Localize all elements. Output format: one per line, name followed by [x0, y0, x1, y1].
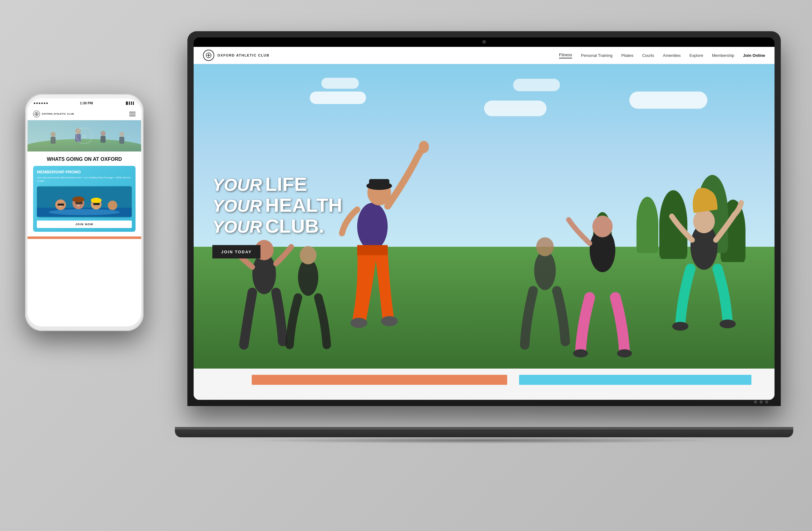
- svg-point-18: [672, 322, 688, 331]
- svg-point-41: [49, 209, 120, 215]
- nav-explore[interactable]: Explore: [690, 53, 703, 58]
- laptop-body: OXFORD ATHLETIC CLUB Fitness Personal Tr…: [187, 31, 781, 406]
- phone-join-now-button[interactable]: JOIN NOW: [37, 220, 132, 228]
- hero-your-2: YOUR: [212, 197, 262, 214]
- phone-main-content: WHATS GOING ON AT OXFORD MEMBERSHIP PROM…: [28, 152, 141, 236]
- svg-point-8: [350, 318, 367, 328]
- svg-rect-7: [357, 245, 388, 256]
- nav-pilates[interactable]: Pilates: [621, 53, 633, 58]
- laptop-hinge: [175, 427, 793, 430]
- phone-hero-overlay: [28, 120, 141, 152]
- hero-your-3: YOUR: [212, 218, 262, 235]
- svg-point-22: [534, 251, 555, 290]
- nav-personal-training[interactable]: Personal Training: [581, 53, 612, 58]
- phone-orange-bar: [28, 236, 141, 239]
- laptop-indicator-dots: [754, 400, 768, 404]
- hero-section: YOUR LIFE YOUR HEALTH YOUR CLUB.: [194, 64, 774, 369]
- hamburger-line-3: [129, 116, 135, 116]
- hamburger-line-2: [129, 114, 135, 114]
- laptop-camera: [482, 40, 486, 44]
- bg-dancer-2: [525, 238, 565, 345]
- nav-links: Fitness Personal Training Pilates Courts…: [559, 53, 765, 58]
- laptop-screen-bezel: OXFORD ATHLETIC CLUB Fitness Personal Tr…: [194, 38, 774, 400]
- svg-point-9: [381, 316, 398, 326]
- orange-bar: [252, 375, 507, 385]
- site-logo: OXFORD ATHLETIC CLUB: [203, 50, 270, 61]
- svg-point-15: [617, 349, 632, 357]
- svg-point-25: [36, 113, 37, 114]
- svg-point-50: [91, 197, 102, 203]
- phone-promo-card: MEMBERSHIP PROMO Join now and receive $0…: [33, 166, 135, 231]
- logo-text: OXFORD ATHLETIC CLUB: [217, 54, 270, 57]
- phone-promo-title: MEMBERSHIP PROMO: [37, 170, 132, 174]
- bottom-section: [194, 369, 774, 400]
- svg-rect-5: [369, 179, 389, 186]
- svg-point-45: [108, 201, 117, 210]
- svg-point-23: [536, 238, 554, 256]
- svg-point-6: [419, 141, 429, 153]
- hero-health: HEALTH: [265, 195, 342, 215]
- laptop-shadow: [247, 437, 722, 444]
- laptop-screen: OXFORD ATHLETIC CLUB Fitness Personal Tr…: [194, 47, 774, 400]
- phone-dots-signal: [34, 102, 48, 104]
- phone-logo-icon: [33, 111, 40, 117]
- svg-point-13: [592, 216, 613, 237]
- phone-time: 1:30 PM: [80, 101, 93, 105]
- laptop-base: [175, 428, 793, 437]
- right-dancer-2: [672, 188, 741, 331]
- phone-promo-description: Join now and receive $0 Enrollment Fee +…: [37, 176, 132, 183]
- svg-point-1: [208, 55, 209, 56]
- svg-point-17: [693, 210, 715, 233]
- main-dancer: [342, 141, 429, 328]
- phone-logo: OXFORD ATHLETIC CLUB: [33, 111, 74, 117]
- phone-screen: 1:30 PM ▐▌▌▌▌ OXFORD ATHLETIC CLUB: [28, 98, 141, 326]
- laptop-device: OXFORD ATHLETIC CLUB Fitness Personal Tr…: [187, 31, 781, 437]
- nav-amenities[interactable]: Amenities: [663, 53, 681, 58]
- phone-promo-image: [37, 186, 132, 217]
- hero-text-overlay: YOUR LIFE YOUR HEALTH YOUR CLUB.: [212, 174, 342, 258]
- phone-device: 1:30 PM ▐▌▌▌▌ OXFORD ATHLETIC CLUB: [25, 94, 144, 331]
- hamburger-menu[interactable]: [129, 112, 135, 116]
- svg-point-14: [573, 349, 588, 357]
- hero-life: LIFE: [265, 174, 307, 193]
- phone-hero-image: ◎: [28, 120, 141, 152]
- svg-point-2: [357, 203, 388, 250]
- svg-rect-48: [93, 203, 100, 205]
- phone-pool-svg: [37, 186, 132, 217]
- teal-bar: [519, 375, 751, 385]
- phone-body: 1:30 PM ▐▌▌▌▌ OXFORD ATHLETIC CLUB: [25, 94, 144, 331]
- nav-courts[interactable]: Courts: [642, 53, 654, 58]
- hero-club: CLUB.: [265, 216, 324, 235]
- phone-logo-text: OXFORD ATHLETIC CLUB: [42, 113, 74, 115]
- nav-membership[interactable]: Membership: [712, 53, 735, 58]
- hero-your-1: YOUR: [212, 176, 262, 193]
- phone-section-heading: WHATS GOING ON AT OXFORD: [33, 156, 135, 162]
- logo-icon: [203, 50, 214, 61]
- right-dancer-1: [569, 216, 632, 357]
- bg-dancer-1: [290, 246, 327, 345]
- hamburger-line-1: [129, 112, 135, 113]
- svg-rect-46: [58, 203, 64, 205]
- phone-status-bar: 1:30 PM ▐▌▌▌▌: [28, 98, 141, 108]
- nav-join-online[interactable]: Join Online: [743, 53, 765, 58]
- svg-point-19: [720, 319, 736, 328]
- nav-fitness[interactable]: Fitness: [559, 53, 572, 58]
- phone-battery: ▐▌▌▌▌: [125, 101, 135, 105]
- website-navbar: OXFORD ATHLETIC CLUB Fitness Personal Tr…: [194, 47, 774, 64]
- hero-join-button[interactable]: JOIN TODAY: [212, 245, 260, 258]
- phone-navbar: OXFORD ATHLETIC CLUB: [28, 108, 141, 120]
- svg-point-49: [72, 196, 84, 202]
